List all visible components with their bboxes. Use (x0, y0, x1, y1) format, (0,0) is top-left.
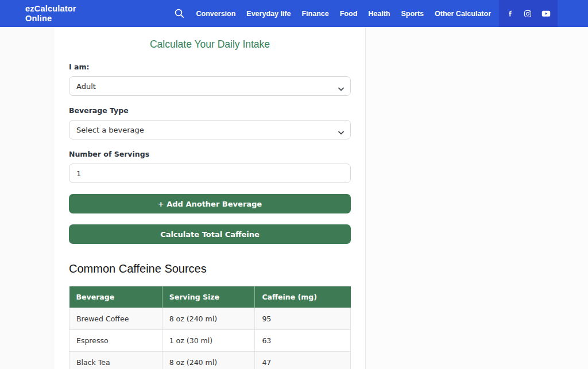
nav-item-everyday-life[interactable]: Everyday life (246, 10, 291, 18)
calculate-button[interactable]: Calculate Total Caffeine (69, 224, 351, 244)
col-header-caffeine: Caffeine (mg) (255, 286, 351, 308)
beverage-type-select[interactable]: Select a beverage (69, 120, 351, 139)
logo-line-1: ezCalculator (25, 4, 76, 13)
right-margin (365, 27, 588, 369)
nav-item-finance[interactable]: Finance (301, 10, 328, 18)
nav-item-sports[interactable]: Sports (401, 10, 424, 18)
chevron-down-icon (338, 84, 344, 93)
nav-item-health[interactable]: Health (368, 10, 390, 18)
i-am-label: I am: (69, 63, 351, 71)
sources-heading: Common Caffeine Sources (69, 262, 351, 275)
site-logo[interactable]: ezCalculator Online (25, 4, 76, 22)
chevron-down-icon (338, 128, 344, 137)
content-column: Calculate Your Daily Intake I am: Adult … (53, 27, 365, 369)
cell-serving: 8 oz (240 ml) (162, 308, 255, 330)
cell-serving: 8 oz (240 ml) (162, 352, 255, 369)
page-body: Calculate Your Daily Intake I am: Adult … (0, 27, 588, 369)
search-icon[interactable] (174, 8, 185, 19)
cell-beverage: Espresso (69, 330, 163, 352)
youtube-icon[interactable] (541, 10, 551, 17)
nav-item-food[interactable]: Food (340, 10, 358, 18)
social-links (499, 0, 558, 27)
cell-beverage: Brewed Coffee (69, 308, 163, 330)
beverage-type-label: Beverage Type (69, 106, 351, 115)
left-margin (0, 27, 53, 369)
col-header-beverage: Beverage (69, 286, 163, 308)
cell-beverage: Black Tea (69, 352, 163, 369)
table-row: Black Tea 8 oz (240 ml) 47 (69, 352, 351, 369)
calculator-title: Calculate Your Daily Intake (69, 38, 351, 51)
cell-caffeine: 47 (255, 352, 351, 369)
cell-caffeine: 95 (255, 308, 351, 330)
beverage-type-selected-value: Select a beverage (76, 126, 144, 134)
table-row: Brewed Coffee 8 oz (240 ml) 95 (69, 308, 351, 330)
nav-item-conversion[interactable]: Conversion (196, 10, 236, 18)
servings-label: Number of Servings (69, 150, 351, 158)
nav-item-other-calculator[interactable]: Other Calculator (435, 10, 491, 18)
servings-input[interactable] (69, 164, 351, 183)
add-beverage-button[interactable]: + Add Another Beverage (69, 194, 351, 213)
instagram-icon[interactable] (524, 10, 532, 18)
logo-line-2: Online (25, 14, 76, 23)
caffeine-sources-table: Beverage Serving Size Caffeine (mg) Brew… (69, 286, 351, 369)
top-navbar: ezCalculator Online Conversion Everyday … (0, 0, 588, 27)
i-am-select[interactable]: Adult (69, 76, 351, 96)
col-header-serving: Serving Size (162, 286, 255, 308)
facebook-icon[interactable] (506, 10, 514, 17)
cell-serving: 1 oz (30 ml) (162, 330, 255, 352)
table-header-row: Beverage Serving Size Caffeine (mg) (69, 286, 351, 308)
table-row: Espresso 1 oz (30 ml) 63 (69, 330, 351, 352)
i-am-selected-value: Adult (76, 82, 96, 91)
nav-menu: Conversion Everyday life Finance Food He… (174, 8, 491, 19)
cell-caffeine: 63 (255, 330, 351, 352)
